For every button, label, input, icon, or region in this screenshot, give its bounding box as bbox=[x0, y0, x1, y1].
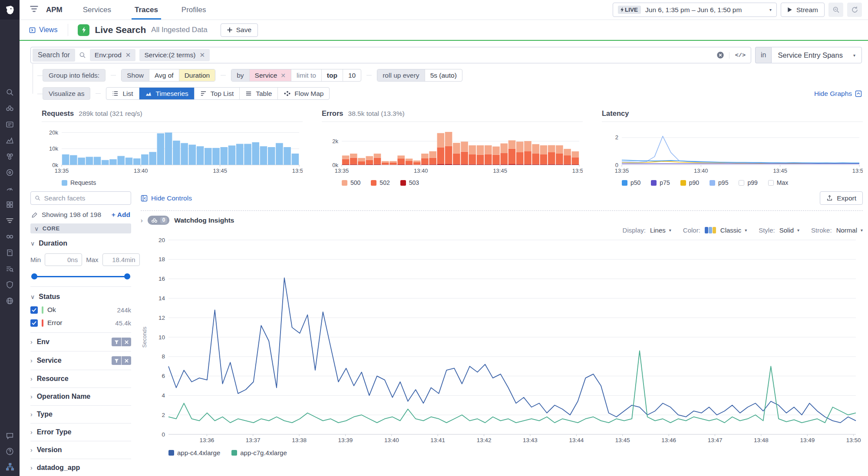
network-icon[interactable] bbox=[5, 296, 15, 305]
slider-handle-min[interactable] bbox=[31, 273, 37, 279]
facet-datadog-app[interactable]: ›datadog_app bbox=[30, 459, 131, 476]
nav-item-services[interactable]: Services bbox=[71, 0, 123, 20]
export-button[interactable]: Export bbox=[820, 191, 863, 205]
legend-item[interactable]: app-c4.4xlarge bbox=[168, 449, 220, 456]
facet-search-input[interactable] bbox=[44, 194, 127, 202]
top-select[interactable]: top bbox=[321, 69, 343, 81]
legend-item[interactable]: p99 bbox=[739, 179, 757, 186]
hide-controls-button[interactable]: Hide Controls bbox=[141, 194, 192, 202]
legend-item[interactable]: app-c7g.4xlarge bbox=[231, 449, 287, 456]
zoom-out-button[interactable] bbox=[828, 3, 843, 17]
facet-operation-name[interactable]: ›Operation Name bbox=[30, 388, 131, 406]
timeseries-chart[interactable]: 0246810121416182013:3613:3713:3813:3913:… bbox=[141, 234, 863, 449]
chat-icon[interactable] bbox=[5, 431, 15, 440]
traces-icon[interactable] bbox=[5, 216, 15, 225]
legend-item[interactable]: Max bbox=[768, 179, 788, 186]
facet-filter-button[interactable] bbox=[112, 356, 121, 365]
logs-icon[interactable] bbox=[5, 248, 15, 257]
facet-search[interactable] bbox=[30, 191, 131, 205]
apm-icon[interactable] bbox=[5, 167, 15, 177]
duration-min-input[interactable] bbox=[45, 253, 82, 266]
legend-item[interactable]: 500 bbox=[342, 179, 360, 186]
nav-item-profiles[interactable]: Profiles bbox=[170, 0, 218, 20]
slider-handle-max[interactable] bbox=[124, 273, 130, 279]
refresh-button[interactable] bbox=[847, 3, 862, 17]
datadog-logo[interactable] bbox=[0, 0, 20, 20]
remove-icon[interactable]: ✕ bbox=[281, 72, 286, 79]
hide-graphs-button[interactable]: Hide Graphs bbox=[814, 90, 862, 98]
stream-button[interactable]: Stream bbox=[781, 3, 825, 17]
facet-duration-header[interactable]: ∨ Duration bbox=[30, 240, 131, 247]
group-by-token[interactable]: Service✕ bbox=[249, 69, 291, 81]
events-icon[interactable] bbox=[5, 119, 15, 129]
checkbox-checked[interactable] bbox=[30, 306, 38, 314]
control-stroke[interactable]: Stroke:Normal▾ bbox=[811, 227, 863, 234]
facet-remove-button[interactable] bbox=[122, 338, 131, 346]
control-display[interactable]: Display:Lines▾ bbox=[623, 227, 671, 234]
facet-filter-button[interactable] bbox=[112, 338, 121, 346]
viz-option-list[interactable]: List bbox=[106, 88, 139, 99]
viz-option-top-list[interactable]: Top List bbox=[194, 88, 239, 99]
legend-item[interactable]: p75 bbox=[651, 179, 670, 186]
legend-item[interactable]: p90 bbox=[680, 179, 699, 186]
nav-item-traces[interactable]: Traces bbox=[123, 0, 170, 20]
viz-option-flow-map[interactable]: Flow Map bbox=[277, 88, 329, 99]
facet-service[interactable]: ›Service bbox=[30, 351, 131, 370]
save-button[interactable]: Save bbox=[221, 23, 258, 37]
facet-group-core[interactable]: ∨CORE bbox=[30, 223, 131, 233]
aggregation-select[interactable]: Avg of bbox=[149, 69, 179, 81]
facet-type[interactable]: ›Type bbox=[30, 406, 131, 423]
dashboards-icon[interactable] bbox=[5, 184, 15, 193]
facet-env[interactable]: ›Env bbox=[30, 333, 131, 351]
security-icon[interactable] bbox=[5, 280, 15, 289]
views-button[interactable]: Views bbox=[29, 24, 68, 36]
top-count-input[interactable]: 10 bbox=[343, 69, 361, 81]
facet-status-header[interactable]: ∨ Status bbox=[30, 293, 131, 301]
search-input[interactable]: Search for Env:prod✕Service:(2 terms)✕ <… bbox=[30, 47, 751, 63]
viz-option-timeseries[interactable]: Timeseries bbox=[139, 88, 194, 99]
nav-item-apm[interactable]: APM bbox=[39, 0, 71, 20]
span-scope-select[interactable]: in Service Entry Spans ▾ bbox=[755, 47, 862, 63]
facet-version[interactable]: ›Version bbox=[30, 441, 131, 459]
legend-item[interactable]: 503 bbox=[400, 179, 419, 186]
main-timeseries-plot[interactable]: 0246810121416182013:3613:3713:3813:3913:… bbox=[141, 234, 863, 447]
infrastructure-icon[interactable] bbox=[5, 151, 15, 161]
add-facet-button[interactable]: +Add bbox=[112, 211, 130, 219]
metrics-icon[interactable] bbox=[5, 135, 15, 145]
measure-select[interactable]: Duration bbox=[179, 69, 215, 81]
rollup-value-select[interactable]: 5s (auto) bbox=[425, 69, 462, 81]
requests-plot[interactable]: 0k10k20k13:3513:4013:4513:50 bbox=[42, 124, 303, 176]
code-view-icon[interactable]: </> bbox=[729, 52, 746, 59]
viz-option-table[interactable]: Table bbox=[239, 88, 277, 99]
processes-icon[interactable] bbox=[5, 462, 15, 472]
watchdog-icon[interactable] bbox=[5, 103, 15, 113]
remove-token-icon[interactable]: ✕ bbox=[199, 51, 205, 59]
legend-item[interactable]: 502 bbox=[371, 179, 389, 186]
help-icon[interactable] bbox=[5, 446, 15, 456]
status-option-error[interactable]: Error 45.4k bbox=[30, 319, 131, 327]
search-token[interactable]: Service:(2 terms)✕ bbox=[139, 49, 210, 61]
remove-token-icon[interactable]: ✕ bbox=[125, 51, 131, 59]
search-token[interactable]: Env:prod✕ bbox=[90, 49, 136, 61]
checkbox-checked[interactable] bbox=[30, 319, 38, 327]
control-color[interactable]: Color:Classic▾ bbox=[683, 227, 747, 234]
errors-plot[interactable]: 0k2k13:3513:4013:4513:50 bbox=[322, 124, 583, 176]
duration-slider[interactable] bbox=[31, 273, 130, 279]
duration-max-input[interactable] bbox=[102, 253, 140, 266]
synthetics-icon[interactable] bbox=[5, 232, 15, 241]
status-option-ok[interactable]: Ok 244k bbox=[30, 306, 131, 314]
watchdog-insights-row[interactable]: › 0 Watchdog Insights bbox=[141, 210, 863, 225]
facet-error-type[interactable]: ›Error Type bbox=[30, 423, 131, 441]
pipelines-icon[interactable] bbox=[5, 264, 15, 273]
control-style[interactable]: Style:Solid▾ bbox=[759, 227, 799, 234]
time-range-picker[interactable]: LIVE Jun 6, 1:35 pm – Jun 6, 1:50 pm ▾ bbox=[613, 3, 777, 17]
latency-plot[interactable]: 0213:3513:4013:4513:50 bbox=[602, 124, 863, 176]
legend-item[interactable]: p95 bbox=[710, 179, 728, 186]
integrations-icon[interactable] bbox=[5, 200, 15, 209]
clear-search-icon[interactable] bbox=[716, 51, 724, 59]
facet-resource[interactable]: ›Resource bbox=[30, 370, 131, 388]
facet-remove-button[interactable] bbox=[122, 356, 131, 365]
search-icon[interactable] bbox=[5, 87, 15, 97]
legend-item[interactable]: Requests bbox=[62, 179, 96, 186]
legend-item[interactable]: p50 bbox=[622, 179, 640, 186]
